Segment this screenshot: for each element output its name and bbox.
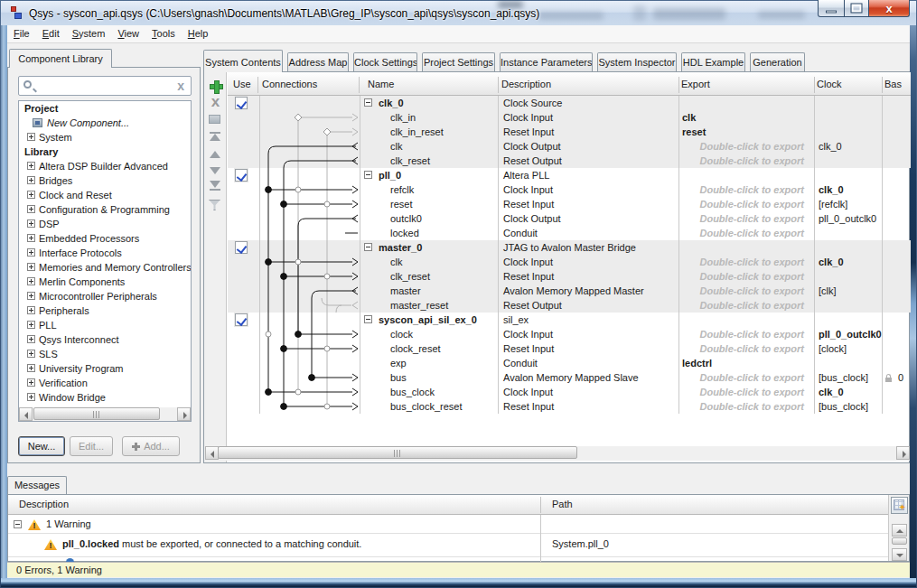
expand-icon[interactable]	[27, 133, 35, 141]
tree-item[interactable]: Altera DSP Builder Advanced	[19, 159, 191, 173]
expand-icon[interactable]	[27, 321, 35, 329]
tree-item[interactable]: Peripherals	[19, 303, 191, 318]
table-horizontal-scrollbar[interactable]	[205, 446, 910, 461]
move-down-button[interactable]	[209, 164, 222, 177]
tree-horizontal-scrollbar[interactable]	[19, 407, 191, 421]
message-path: System.pll_0	[552, 538, 609, 549]
col-name[interactable]: Name	[368, 79, 394, 89]
edit-component-button[interactable]	[209, 113, 222, 126]
tree-item[interactable]: Interface Protocols	[19, 246, 191, 260]
grid-line	[814, 96, 815, 414]
tree-item[interactable]: Memories and Memory Controllers	[19, 260, 191, 275]
tree-item[interactable]: DSP	[19, 217, 191, 231]
expand-icon[interactable]	[27, 263, 35, 271]
tree-item[interactable]: New Component...	[19, 116, 191, 130]
collapse-icon[interactable]	[364, 171, 372, 179]
col-bas[interactable]: Bas	[884, 79, 902, 89]
minimize-button[interactable]	[818, 0, 845, 17]
edit-button[interactable]: Edit...	[70, 436, 113, 456]
menu-system[interactable]: System	[66, 25, 112, 43]
tree-item[interactable]: Microcontroller Peripherals	[19, 289, 191, 303]
menu-tools[interactable]: Tools	[145, 25, 182, 43]
tree-item[interactable]: SLS	[19, 347, 191, 361]
expand-icon[interactable]	[27, 277, 35, 285]
description: Altera PLL	[503, 168, 549, 182]
tree-item[interactable]: Qsys Interconnect	[19, 332, 191, 347]
move-bottom-button[interactable]	[209, 181, 222, 193]
tab-generation[interactable]: Generation	[750, 52, 805, 71]
expand-icon[interactable]	[27, 306, 35, 314]
expand-icon[interactable]	[27, 219, 35, 228]
tab-clock-settings[interactable]: Clock Settings	[353, 52, 417, 71]
menu-help[interactable]: Help	[182, 25, 215, 43]
expand-icon[interactable]	[27, 176, 35, 184]
expand-icon[interactable]	[27, 378, 35, 387]
expand-icon[interactable]	[27, 335, 35, 343]
description: Reset Input	[503, 125, 554, 139]
tab-instance-parameters[interactable]: Instance Parameters	[500, 52, 593, 71]
expand-icon[interactable]	[27, 162, 35, 170]
tree-item[interactable]: Window Bridge	[19, 390, 191, 405]
close-button[interactable]: x	[868, 0, 910, 17]
tab-hdl-example[interactable]: HDL Example	[681, 52, 745, 71]
tab-system-inspector[interactable]: System Inspector	[597, 52, 677, 71]
col-description[interactable]: Description	[501, 79, 551, 89]
message-group-row[interactable]: ! 1 Warning	[8, 515, 888, 534]
tree-item[interactable]: Configuration & Programming	[19, 202, 191, 217]
move-up-button[interactable]	[209, 148, 222, 161]
expand-icon[interactable]	[27, 191, 35, 199]
add-component-button[interactable]	[209, 79, 222, 92]
expand-icon[interactable]	[27, 350, 35, 358]
collapse-icon[interactable]	[364, 98, 372, 107]
tree-item[interactable]: Embedded Processors	[19, 231, 191, 246]
add-button[interactable]: Add...	[122, 436, 180, 456]
tree-item[interactable]: PLL	[19, 318, 191, 332]
tree-item[interactable]: University Program	[19, 361, 191, 376]
col-connections[interactable]: Connections	[262, 79, 317, 89]
tab-project-settings[interactable]: Project Settings	[422, 52, 495, 71]
col-clock[interactable]: Clock	[817, 79, 842, 89]
new-button[interactable]: New...	[18, 436, 65, 456]
collapse-icon[interactable]	[14, 520, 22, 528]
filter-button[interactable]	[209, 200, 222, 212]
connections-diagram[interactable]	[228, 94, 363, 419]
tree-item[interactable]: System	[19, 130, 191, 145]
expand-icon[interactable]	[27, 248, 35, 257]
messages-col-path: Path	[552, 499, 573, 509]
menu-file[interactable]: File	[7, 25, 36, 43]
tree-item-label: University Program	[39, 361, 124, 376]
collapse-icon[interactable]	[364, 315, 372, 323]
lock-icon[interactable]	[885, 378, 892, 382]
search-input[interactable]: x	[18, 76, 192, 96]
export-placeholder: Double-click to export	[681, 370, 804, 385]
tree-item[interactable]: Library	[19, 145, 191, 159]
tab-messages[interactable]: Messages	[7, 476, 67, 494]
tree-item[interactable]: Clock and Reset	[19, 188, 191, 202]
expand-icon[interactable]	[27, 205, 35, 213]
port-name: locked	[390, 226, 419, 240]
menu-edit[interactable]: Edit	[36, 25, 66, 43]
remove-component-button[interactable]: x	[209, 96, 222, 108]
tree-item[interactable]: Verification	[19, 376, 191, 390]
message-filter-icon[interactable]: ✦	[891, 497, 908, 514]
collapse-icon[interactable]	[364, 243, 372, 251]
col-use[interactable]: Use	[233, 79, 251, 89]
message-row[interactable]: ! pll_0.locked must be exported, or conn…	[8, 534, 888, 557]
component-library-buttons: New...Edit...Add...	[8, 436, 201, 458]
expand-icon[interactable]	[27, 393, 35, 401]
expand-icon[interactable]	[27, 292, 35, 300]
maximize-button[interactable]	[844, 0, 869, 17]
menu-view[interactable]: View	[111, 25, 145, 43]
messages-scrollbar[interactable]: ✦	[888, 495, 909, 561]
tab-address-map[interactable]: Address Map	[287, 52, 349, 71]
clear-search-icon[interactable]: x	[177, 79, 184, 93]
expand-icon[interactable]	[27, 234, 35, 242]
tree-item[interactable]: Project	[19, 101, 191, 116]
expand-icon[interactable]	[27, 364, 35, 372]
tab-component-library[interactable]: Component Library	[9, 49, 112, 68]
tab-system-contents[interactable]: System Contents	[203, 50, 283, 72]
col-export[interactable]: Export	[681, 79, 710, 89]
tree-item[interactable]: Bridges	[19, 173, 191, 188]
move-top-button[interactable]	[209, 132, 222, 145]
tree-item[interactable]: Merlin Components	[19, 275, 191, 289]
